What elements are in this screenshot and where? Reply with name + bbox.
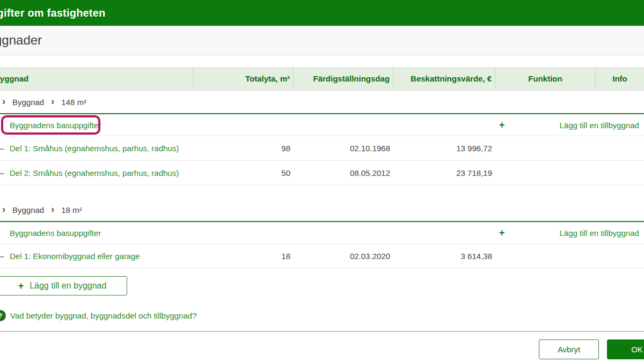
total-area-value: 50: [193, 168, 294, 178]
help-link-label: Vad betyder byggnad, byggnadsdel och til…: [10, 311, 196, 320]
buildings-table: Byggnad Totalyta, m² Färdigställningsdag…: [0, 67, 644, 269]
row-divider: [0, 268, 644, 269]
chevron-right-icon: ›: [2, 204, 5, 214]
dialog: Uppgifter om fastigheten Byggnader Byggn…: [0, 0, 644, 362]
tree-dash-icon: [0, 256, 4, 257]
building-part-row: Del 1: Ekonomibyggnad eller garage 18 02…: [0, 244, 644, 268]
chevron-right-icon: ›: [51, 204, 54, 214]
breadcrumb-type: Byggnad: [12, 98, 44, 107]
add-building-button[interactable]: + Lägg till en byggnad: [0, 276, 127, 295]
help-icon: ?: [0, 310, 6, 321]
tax-value: 23 718,19: [393, 168, 495, 178]
chevron-right-icon: ›: [2, 97, 5, 106]
column-header-info: Info: [596, 67, 644, 90]
breadcrumb-type: Byggnad: [12, 205, 44, 215]
column-header-building: Byggnad: [0, 67, 193, 90]
tax-value: 3 614,38: [393, 252, 495, 261]
completion-date-value: 08.05.2012: [294, 168, 393, 178]
column-header-tax-value: Beskattningsvärde, €: [393, 67, 495, 90]
add-extension-link[interactable]: + Lägg till en tillbyggnad: [499, 222, 639, 243]
building-part-link[interactable]: Del 2: Småhus (egnahemshus, parhus, radh…: [10, 168, 179, 178]
column-header-function: Funktion: [495, 67, 596, 90]
basic-info-link[interactable]: Byggnadens basuppgifter: [10, 228, 101, 238]
section-heading: Byggnader: [0, 33, 42, 48]
chevron-right-icon: ›: [51, 97, 54, 106]
group-breadcrumb: › Byggnad › 148 m²: [0, 91, 644, 113]
building-part-link[interactable]: Del 1: Ekonomibyggnad eller garage: [10, 252, 140, 261]
basic-info-row: Byggnadens basuppgifter + Lägg till en t…: [0, 114, 644, 136]
tree-dash-icon: [0, 173, 4, 174]
breadcrumb-area: 18 m²: [61, 205, 82, 215]
dialog-title: Uppgifter om fastigheten: [0, 7, 105, 19]
building-part-row: Del 1: Småhus (egnahemshus, parhus, radh…: [0, 136, 644, 160]
dialog-title-bar: Uppgifter om fastigheten: [0, 0, 644, 26]
tree-dash-icon: [0, 149, 4, 150]
column-header-total-area: Totalyta, m²: [193, 67, 294, 90]
total-area-value: 98: [193, 144, 294, 153]
breadcrumb-area: 148 m²: [61, 98, 86, 107]
basic-info-row: Byggnadens basuppgifter + Lägg till en t…: [0, 222, 644, 243]
ok-button[interactable]: OK: [607, 339, 644, 359]
cancel-button[interactable]: Avbryt: [539, 339, 599, 359]
tax-value: 13 996,72: [393, 144, 495, 153]
building-part-link[interactable]: Del 1: Småhus (egnahemshus, parhus, radh…: [10, 144, 179, 153]
help-link[interactable]: ? Vad betyder byggnad, byggnadsdel och t…: [0, 310, 644, 321]
total-area-value: 18: [193, 252, 294, 261]
completion-date-value: 02.10.1968: [294, 144, 393, 153]
table-header-row: Byggnad Totalyta, m² Färdigställningsdag…: [0, 67, 644, 91]
column-header-completion-date: Färdigställningsdag: [294, 67, 393, 90]
completion-date-value: 02.03.2020: [294, 252, 393, 261]
basic-info-link[interactable]: Byggnadens basuppgifter: [10, 121, 101, 130]
plus-icon: +: [499, 120, 505, 130]
group-breadcrumb: › Byggnad › 18 m²: [0, 198, 644, 221]
footer-actions: Avbryt OK: [0, 332, 644, 362]
plus-icon: +: [18, 281, 24, 291]
plus-icon: +: [499, 228, 505, 238]
building-part-row: Del 2: Småhus (egnahemshus, parhus, radh…: [0, 161, 644, 185]
section-heading-strip: Byggnader: [0, 26, 644, 55]
add-extension-link[interactable]: + Lägg till en tillbyggnad: [499, 114, 639, 136]
